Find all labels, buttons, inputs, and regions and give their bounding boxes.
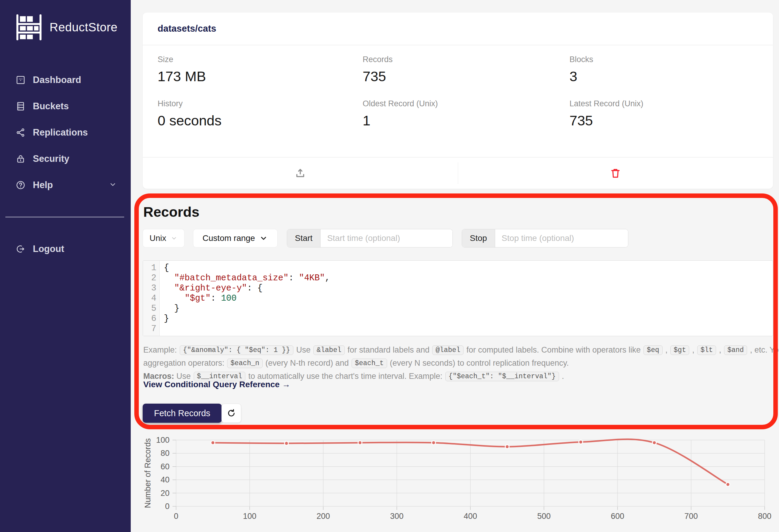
query-editor: 1234567 { "#batch_metadata_size": "4KB",…	[143, 260, 773, 336]
stat-label: Records	[363, 54, 570, 64]
code-line: "#batch_metadata_size": "4KB",	[164, 273, 773, 283]
time-range-select[interactable]: Custom range	[193, 229, 278, 247]
records-line-chart: 0100200300400500600700800020406080100 Nu…	[140, 431, 773, 524]
stat-value: 0 seconds	[158, 112, 363, 129]
start-time-input[interactable]	[320, 229, 453, 247]
line-number: 3	[143, 283, 159, 293]
code-chip: $and	[724, 345, 747, 355]
upload-button[interactable]	[143, 158, 458, 189]
line-number: 5	[143, 304, 159, 314]
delete-button[interactable]	[458, 158, 773, 189]
sidebar-nav: DashboardBucketsReplicationsSecurityHelp	[0, 67, 131, 198]
svg-text:20: 20	[161, 489, 170, 498]
svg-text:60: 60	[161, 462, 170, 471]
sidebar-item-label: Dashboard	[33, 75, 81, 85]
brand-name: ReductStore	[50, 20, 118, 34]
editor-code-area[interactable]: { "#batch_metadata_size": "4KB", "&right…	[160, 260, 773, 336]
line-chart-svg: 0100200300400500600700800020406080100 Nu…	[140, 431, 773, 524]
code-chip: $gt	[670, 345, 689, 355]
dashboard-icon	[15, 75, 26, 85]
svg-text:800: 800	[758, 512, 771, 521]
svg-text:100: 100	[243, 512, 256, 521]
records-section-title: Records	[143, 203, 199, 220]
stat-value: 173 MB	[158, 68, 363, 85]
start-label: Start	[287, 229, 320, 247]
stat-label: Size	[158, 54, 363, 64]
timestamp-unit-value: Unix	[149, 233, 166, 243]
svg-text:400: 400	[464, 512, 477, 521]
svg-text:40: 40	[161, 475, 170, 484]
code-chip: $eq	[644, 345, 662, 355]
buckets-icon	[15, 101, 26, 111]
stop-time-input[interactable]	[495, 229, 628, 247]
sidebar-item-label: Replications	[33, 127, 88, 138]
code-chip: &label	[313, 345, 345, 355]
svg-text:0: 0	[174, 512, 178, 521]
sidebar-item-replications[interactable]: Replications	[0, 119, 131, 146]
stat-label: History	[158, 99, 363, 109]
svg-text:600: 600	[611, 512, 624, 521]
code-chip: {"$each_t": "$__interval"}	[445, 372, 559, 381]
help-line: aggregation operators: $each_n (every N-…	[143, 358, 770, 368]
sidebar-item-buckets[interactable]: Buckets	[0, 93, 131, 119]
editor-line-numbers: 1234567	[143, 260, 160, 336]
sidebar: ReductStore DashboardBucketsReplications…	[0, 0, 131, 532]
stat-cell: Size 173 MB	[158, 54, 363, 85]
svg-text:500: 500	[537, 512, 551, 521]
sidebar-divider	[5, 217, 124, 217]
reductstore-app: { "sidebar": { "brand": "ReductStore", "…	[0, 0, 779, 532]
sidebar-item-label: Security	[33, 154, 69, 164]
sidebar-item-label: Buckets	[33, 101, 69, 112]
sidebar-item-security[interactable]: Security	[0, 146, 131, 172]
stat-cell: Oldest Record (Unix) 1	[363, 99, 570, 129]
bucket-card-header: datasets/cats	[143, 12, 773, 45]
chevron-down-icon	[109, 180, 117, 189]
code-line: "&right-eye-y": {	[164, 283, 773, 293]
refresh-button[interactable]	[222, 404, 241, 423]
line-number: 4	[143, 293, 159, 304]
line-number: 2	[143, 273, 159, 283]
fetch-records-button[interactable]: Fetch Records	[143, 404, 222, 423]
upload-icon	[294, 167, 306, 179]
stat-label: Latest Record (Unix)	[570, 99, 758, 109]
bucket-info-card: datasets/cats Size 173 MBRecords 735Bloc…	[143, 12, 773, 189]
code-line: }	[164, 314, 773, 324]
code-line	[164, 324, 773, 334]
svg-text:100: 100	[156, 435, 170, 445]
logout-label: Logout	[33, 244, 64, 254]
help-icon	[15, 180, 26, 190]
stat-cell: Records 735	[363, 54, 570, 85]
code-chip: $each_t	[352, 359, 387, 368]
replications-icon	[15, 127, 26, 138]
stat-cell: Latest Record (Unix) 735	[570, 99, 758, 129]
conditional-query-reference-link[interactable]: View Conditional Query Reference →	[143, 380, 290, 389]
chevron-down-icon	[259, 234, 268, 243]
bucket-stats-grid: Size 173 MBRecords 735Blocks 3History 0 …	[143, 45, 773, 129]
stat-cell: History 0 seconds	[158, 99, 363, 129]
line-number: 7	[143, 324, 159, 334]
svg-text:200: 200	[316, 512, 330, 521]
timestamp-unit-select[interactable]: Unix	[143, 229, 184, 247]
start-time-group: Start	[287, 229, 453, 247]
time-range-value: Custom range	[203, 233, 255, 243]
bucket-title: datasets/cats	[158, 23, 216, 34]
sidebar-item-dashboard[interactable]: Dashboard	[0, 67, 131, 93]
stat-value: 735	[570, 112, 758, 129]
code-chip: @label	[432, 345, 464, 355]
stat-cell: Blocks 3	[570, 54, 758, 85]
footer-divider	[458, 162, 458, 184]
sidebar-item-logout[interactable]: Logout	[0, 241, 131, 257]
trash-icon	[609, 167, 622, 179]
brand-logo[interactable]: ReductStore	[15, 13, 118, 41]
stat-label: Oldest Record (Unix)	[363, 99, 570, 109]
code-line: }	[164, 304, 773, 314]
chevron-down-icon	[170, 235, 178, 242]
security-icon	[15, 154, 26, 164]
svg-text:80: 80	[161, 449, 170, 458]
refresh-icon	[226, 408, 236, 418]
svg-text:0: 0	[165, 502, 170, 511]
stat-label: Blocks	[570, 54, 758, 64]
sidebar-item-help[interactable]: Help	[0, 172, 131, 198]
stat-value: 3	[570, 68, 758, 85]
svg-text:700: 700	[684, 512, 698, 521]
